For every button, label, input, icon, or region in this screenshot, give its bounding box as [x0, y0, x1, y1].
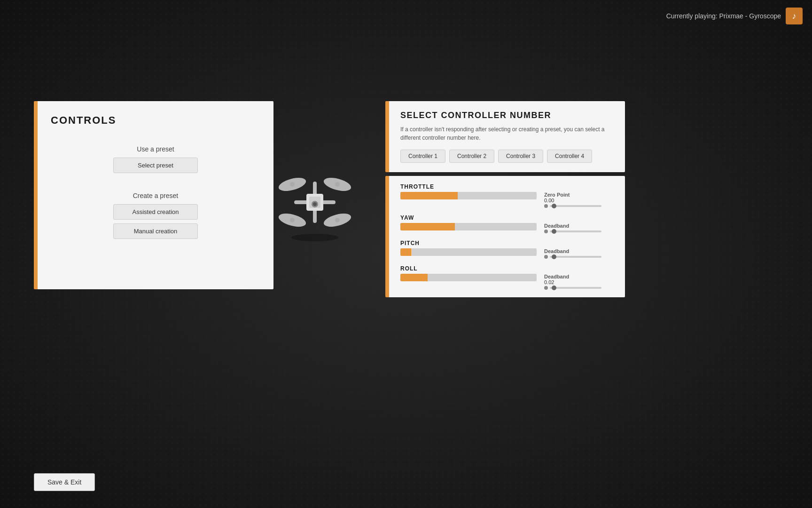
throttle-slider-row — [544, 204, 601, 208]
throttle-bar-track — [400, 192, 537, 199]
throttle-row: THROTTLE Zero Point 0.00 — [400, 183, 614, 208]
pitch-bar-fill — [400, 248, 411, 256]
svg-point-9 — [290, 218, 295, 222]
manual-creation-button[interactable]: Manual creation — [113, 223, 198, 239]
throttle-slider-track[interactable] — [550, 205, 601, 207]
roll-bar-fill — [400, 274, 428, 281]
controller-number-panel: SELECT CONTROLLER NUMBER If a controller… — [385, 101, 625, 172]
controller-buttons-group: Controller 1 Controller 2 Controller 3 C… — [400, 150, 614, 163]
pitch-slider-row — [544, 255, 601, 259]
use-preset-section: Use a preset Select preset — [38, 145, 273, 173]
create-preset-section: Create a preset Assisted creation Manual… — [38, 192, 273, 243]
roll-control-label: Deadband — [544, 274, 601, 279]
yaw-bar-fill — [400, 223, 455, 230]
create-preset-label: Create a preset — [133, 192, 179, 199]
throttle-slider-thumb — [552, 204, 556, 208]
pitch-row: PITCH Deadband — [400, 240, 614, 259]
yaw-slider-track[interactable] — [550, 230, 601, 232]
top-bar: Currently playing: Prixmae - Gyroscope ♪ — [666, 8, 803, 24]
roll-label: ROLL — [400, 265, 614, 272]
yaw-slider-thumb — [552, 229, 556, 234]
axes-panel: THROTTLE Zero Point 0.00 — [385, 176, 625, 297]
yaw-row: YAW Deadband — [400, 214, 614, 233]
throttle-control-value: 0.00 — [544, 198, 601, 203]
roll-slider-thumb — [552, 286, 556, 290]
yaw-bar-track — [400, 223, 537, 230]
yaw-label: YAW — [400, 214, 614, 221]
pitch-slider-dot — [544, 255, 548, 259]
controls-panel: CONTROLS Use a preset Select preset Crea… — [34, 101, 273, 289]
controller-2-button[interactable]: Controller 2 — [449, 150, 494, 163]
pitch-slider-thumb — [552, 254, 556, 259]
select-preset-button[interactable]: Select preset — [113, 158, 198, 173]
throttle-bar-fill — [400, 192, 458, 199]
throttle-control-label: Zero Point — [544, 192, 601, 198]
pitch-slider-track[interactable] — [550, 256, 601, 258]
svg-point-10 — [335, 218, 340, 222]
roll-controls: Deadband 0.02 — [544, 274, 601, 290]
svg-point-0 — [291, 234, 338, 241]
roll-row: ROLL Deadband 0.02 — [400, 265, 614, 290]
pitch-controls: Deadband — [544, 248, 601, 259]
roll-bar-track — [400, 274, 537, 281]
svg-point-14 — [313, 202, 317, 206]
now-playing-text: Currently playing: Prixmae - Gyroscope — [666, 12, 781, 20]
controller-panel-title: SELECT CONTROLLER NUMBER — [400, 111, 614, 120]
yaw-control-label: Deadband — [544, 223, 601, 229]
music-icon[interactable]: ♪ — [786, 8, 803, 24]
controller-3-button[interactable]: Controller 3 — [498, 150, 543, 163]
drone-illustration — [273, 160, 357, 245]
roll-control-value: 0.02 — [544, 279, 601, 285]
svg-point-8 — [335, 182, 340, 187]
controller-panel-desc: If a controller isn't responding after s… — [400, 125, 614, 142]
throttle-label: THROTTLE — [400, 183, 614, 190]
roll-slider-dot — [544, 286, 548, 290]
roll-slider-track[interactable] — [550, 287, 601, 289]
controller-4-button[interactable]: Controller 4 — [547, 150, 592, 163]
roll-slider-row — [544, 286, 601, 290]
pitch-label: PITCH — [400, 240, 614, 246]
throttle-slider-dot — [544, 204, 548, 208]
right-panels: SELECT CONTROLLER NUMBER If a controller… — [385, 101, 625, 297]
controller-1-button[interactable]: Controller 1 — [400, 150, 445, 163]
throttle-controls: Zero Point 0.00 — [544, 192, 601, 208]
pitch-control-label: Deadband — [544, 248, 601, 254]
svg-point-7 — [290, 182, 295, 187]
yaw-controls: Deadband — [544, 223, 601, 233]
pitch-bar-track — [400, 248, 537, 256]
yaw-slider-dot — [544, 230, 548, 233]
assisted-creation-button[interactable]: Assisted creation — [113, 204, 198, 220]
yaw-slider-row — [544, 230, 601, 233]
use-preset-label: Use a preset — [137, 145, 174, 153]
controls-panel-title: CONTROLS — [38, 101, 273, 127]
save-exit-button[interactable]: Save & Exit — [34, 473, 95, 491]
